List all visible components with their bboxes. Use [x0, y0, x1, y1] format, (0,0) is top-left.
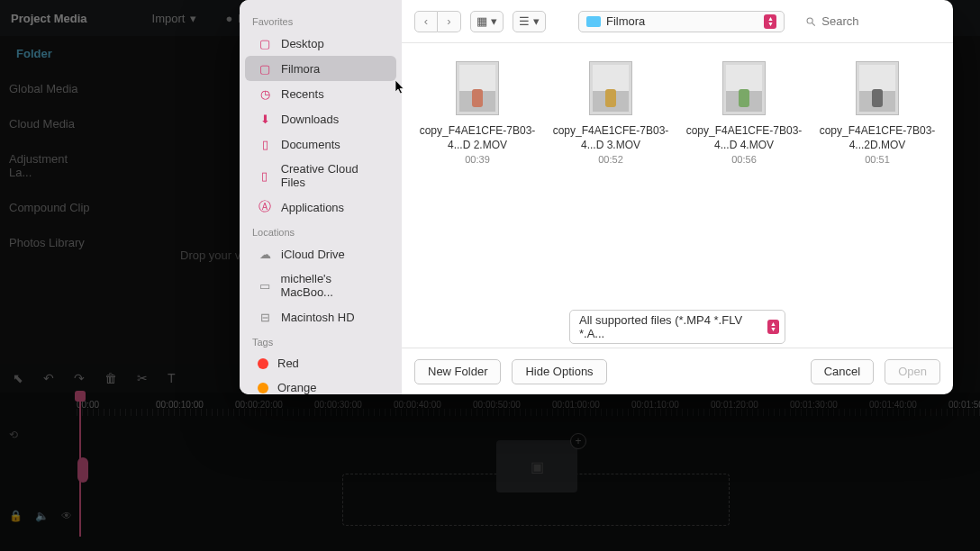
- file-duration: 00:39: [465, 154, 490, 165]
- favorite-recents[interactable]: ◷Recents: [245, 81, 396, 106]
- file-thumbnail: [856, 61, 899, 115]
- dialog-toolbar: ‹ › ▦▾ ☰▾ Filmora ▲▼: [402, 0, 953, 43]
- favorite-applications[interactable]: ⒶApplications: [245, 194, 396, 220]
- locations-heading: Locations: [240, 220, 402, 241]
- open-file-dialog: Favorites ▢Desktop ▢Filmora ◷Recents ⬇Do…: [240, 0, 953, 394]
- file-name: copy_F4AE1CFE-7B03-4...D 3.MOV: [544, 124, 677, 152]
- stepper-icon: ▲▼: [767, 320, 779, 334]
- search-field[interactable]: [805, 12, 940, 32]
- cursor-tool-icon[interactable]: ⬉: [13, 371, 23, 385]
- nav-back-button[interactable]: ‹: [414, 11, 438, 32]
- time-tick: 00:01:50:00: [948, 400, 980, 410]
- file-grid: copy_F4AE1CFE-7B03-4...D 2.MOV00:39copy_…: [402, 43, 953, 301]
- project-media-tab[interactable]: Project Media: [11, 12, 87, 25]
- undo-icon[interactable]: ↶: [43, 371, 54, 385]
- time-tick: 00:01:40:00: [869, 400, 917, 410]
- file-item[interactable]: copy_F4AE1CFE-7B03-4...D 3.MOV00:52: [544, 61, 677, 292]
- sidebar-item-adjustment-layer[interactable]: Adjustment La...: [0, 141, 99, 190]
- open-button[interactable]: Open: [885, 359, 940, 384]
- file-thumbnail: [589, 61, 632, 115]
- time-tick: 00:00:40:00: [394, 400, 441, 410]
- mute-track-icon[interactable]: 🔈: [35, 510, 49, 522]
- sidebar-item-cloud-media[interactable]: Cloud Media: [0, 106, 99, 141]
- tag-dot-icon: [258, 358, 268, 369]
- favorites-heading: Favorites: [240, 9, 402, 31]
- link-tool-icon[interactable]: ⟲: [9, 429, 18, 441]
- track-clip[interactable]: [77, 457, 88, 483]
- file-name: copy_F4AE1CFE-7B03-4...2D.MOV: [811, 124, 944, 152]
- nav-forward-button[interactable]: ›: [438, 11, 461, 32]
- import-button[interactable]: Import▾: [152, 12, 197, 25]
- download-icon: ⬇: [258, 112, 272, 126]
- clock-icon: ◷: [258, 86, 272, 101]
- sidebar-item-photos-library[interactable]: Photos Library: [0, 225, 99, 260]
- location-macintosh-hd[interactable]: ⊟Macintosh HD: [245, 304, 396, 330]
- lock-track-icon[interactable]: 🔒: [9, 510, 23, 522]
- svg-line-1: [812, 23, 815, 25]
- group-icon: ☰: [519, 14, 530, 28]
- cancel-button[interactable]: Cancel: [811, 359, 874, 384]
- dialog-main: ‹ › ▦▾ ☰▾ Filmora ▲▼ copy_F4AE1CFE-7B03-…: [402, 0, 953, 394]
- delete-icon[interactable]: 🗑: [104, 371, 117, 385]
- redo-icon[interactable]: ↷: [74, 371, 85, 385]
- search-input[interactable]: [821, 14, 940, 28]
- track-controls: ⟲ 🔒 🔈 👁: [0, 429, 77, 522]
- stepper-icon: ▲▼: [764, 14, 776, 29]
- time-tick: 00:01:10:00: [631, 400, 679, 410]
- sidebar-item-global-media[interactable]: Global Media: [0, 71, 99, 106]
- creative-cloud-icon: ▯: [258, 168, 272, 183]
- cloud-icon: ☁: [258, 247, 272, 261]
- file-type-filter[interactable]: All supported files (*.MP4 *.FLV *.A... …: [569, 310, 785, 344]
- grid-icon: ▦: [476, 14, 487, 28]
- time-tick: 00:00:50:00: [473, 400, 521, 410]
- folder-icon: [586, 16, 601, 27]
- location-macbook[interactable]: ▭michelle's MacBoo...: [245, 266, 396, 304]
- time-tick: 00:01:00:00: [552, 400, 600, 410]
- file-name: copy_F4AE1CFE-7B03-4...D 4.MOV: [677, 124, 811, 152]
- laptop-icon: ▭: [258, 278, 271, 293]
- file-duration: 00:52: [598, 154, 623, 165]
- time-tick: 00:00:10:00: [156, 400, 204, 410]
- favorite-filmora[interactable]: ▢Filmora: [245, 56, 396, 81]
- view-icon-mode[interactable]: ▦▾: [470, 11, 504, 32]
- time-tick: 00:00:30:00: [314, 400, 362, 410]
- cut-icon[interactable]: ✂: [137, 371, 148, 385]
- time-tick: 00:00:20:00: [235, 400, 283, 410]
- applications-icon: Ⓐ: [258, 200, 272, 214]
- file-item[interactable]: copy_F4AE1CFE-7B03-4...D 2.MOV00:39: [411, 61, 544, 292]
- disk-icon: ⊟: [258, 310, 272, 324]
- tag-orange[interactable]: Orange: [245, 375, 396, 394]
- file-item[interactable]: copy_F4AE1CFE-7B03-4...2D.MOV00:51: [811, 61, 944, 292]
- timeline: 00:0000:00:10:0000:00:20:0000:00:30:0000…: [0, 393, 980, 551]
- document-icon: ▯: [258, 137, 272, 151]
- file-name: copy_F4AE1CFE-7B03-4...D 2.MOV: [411, 124, 544, 152]
- file-item[interactable]: copy_F4AE1CFE-7B03-4...D 4.MOV00:56: [677, 61, 811, 292]
- sidebar-item-folder[interactable]: Folder: [0, 36, 99, 71]
- search-icon: [805, 15, 816, 28]
- hide-options-button[interactable]: Hide Options: [512, 359, 606, 384]
- file-duration: 00:56: [731, 154, 757, 165]
- location-dropdown[interactable]: Filmora ▲▼: [578, 11, 785, 32]
- tag-red[interactable]: Red: [245, 351, 396, 375]
- favorite-documents[interactable]: ▯Documents: [245, 131, 396, 157]
- favorite-desktop[interactable]: ▢Desktop: [245, 31, 396, 56]
- timeline-drop-zone[interactable]: ▣ +: [342, 474, 730, 526]
- dialog-footer: New Folder Hide Options Cancel Open: [402, 348, 953, 394]
- drop-hint-text: Drop your vi: [180, 248, 243, 262]
- tag-dot-icon: [258, 383, 268, 393]
- editor-sidebar: Folder Global Media Cloud Media Adjustme…: [0, 36, 99, 260]
- add-clip-icon[interactable]: +: [570, 433, 586, 449]
- sidebar-item-compound-clip[interactable]: Compound Clip: [0, 190, 99, 225]
- view-group-mode[interactable]: ☰▾: [513, 11, 546, 32]
- favorite-creative-cloud[interactable]: ▯Creative Cloud Files: [245, 157, 396, 194]
- visibility-track-icon[interactable]: 👁: [61, 510, 72, 522]
- file-thumbnail: [456, 61, 499, 115]
- location-icloud[interactable]: ☁iCloud Drive: [245, 241, 396, 266]
- time-ruler[interactable]: 00:0000:00:10:0000:00:20:0000:00:30:0000…: [0, 393, 980, 416]
- folder-icon: ▢: [258, 36, 272, 50]
- time-tick: 00:01:30:00: [790, 400, 838, 410]
- text-tool-icon[interactable]: T: [168, 371, 176, 385]
- folder-icon: ▢: [258, 61, 272, 76]
- favorite-downloads[interactable]: ⬇Downloads: [245, 106, 396, 131]
- new-folder-button[interactable]: New Folder: [414, 359, 501, 384]
